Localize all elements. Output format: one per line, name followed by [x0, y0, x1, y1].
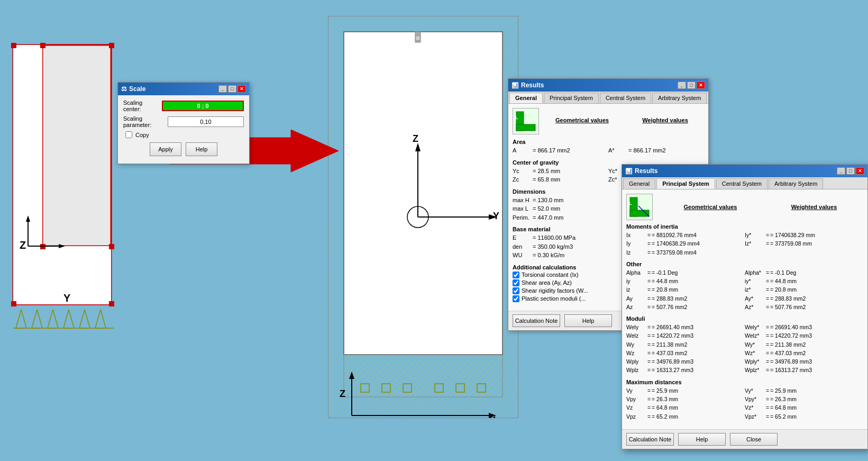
- results-general-title: Results: [521, 82, 544, 89]
- close-button[interactable]: ✕: [237, 85, 246, 93]
- tab-central-p[interactable]: Central System: [716, 178, 768, 189]
- svg-text:Z: Z: [340, 388, 345, 399]
- scale-dialog-title: Scale: [129, 85, 145, 93]
- shear-area-label: Shear area (Ay, Az): [522, 279, 572, 286]
- svg-rect-9: [109, 301, 114, 306]
- results-principal-footer: Calculation Note Help Close: [622, 429, 867, 449]
- shear-area-cb[interactable]: [513, 279, 519, 286]
- scaling-center-input[interactable]: [162, 101, 244, 111]
- section-icon-principal: L: [626, 194, 653, 220]
- svg-marker-21: [48, 310, 58, 328]
- scaling-center-label: Scaling center:: [123, 100, 158, 112]
- weighted-col-header-p: Weighted values: [765, 204, 863, 210]
- svg-rect-53: [516, 124, 535, 131]
- svg-marker-19: [16, 310, 26, 328]
- shear-rigidity-cb[interactable]: [513, 287, 519, 294]
- calc-note-button-principal[interactable]: Calculation Note: [626, 433, 674, 446]
- results-principal-tabs: General Principal System Central System …: [622, 177, 867, 189]
- scale-dialog-controls: _ □ ✕: [218, 85, 246, 93]
- results-principal-body: L Geometrical values Weighted values Mom…: [622, 189, 867, 429]
- shear-rigidity-label: Shear rigidity factors (W...: [522, 287, 588, 294]
- svg-text:Y: Y: [493, 211, 499, 221]
- results-principal-close-btn[interactable]: ✕: [856, 167, 864, 175]
- svg-point-51: [415, 35, 421, 41]
- copy-checkbox[interactable]: [125, 131, 132, 138]
- svg-rect-6: [11, 43, 16, 48]
- results-principal-min-btn[interactable]: _: [837, 167, 845, 175]
- weighted-col-header: Weighted values: [626, 117, 704, 123]
- svg-marker-23: [79, 310, 90, 328]
- svg-text:L: L: [629, 201, 632, 206]
- area-key: A: [513, 146, 533, 155]
- results-principal-max-btn[interactable]: □: [846, 167, 855, 175]
- svg-rect-7: [109, 43, 114, 48]
- plastic-label: Plastic section moduli (...: [522, 295, 586, 302]
- minimize-button[interactable]: _: [218, 85, 227, 93]
- torsional-cb[interactable]: [513, 272, 519, 278]
- svg-rect-29: [344, 32, 502, 355]
- area-val2: = 866.17 mm2: [628, 146, 704, 155]
- area-val: = 866.17 mm2: [533, 146, 608, 155]
- scaling-parameter-label: Scaling parameter:: [123, 115, 163, 128]
- main-viewport: Z Y Z Y: [328, 16, 518, 418]
- help-button[interactable]: Help: [186, 142, 217, 156]
- svg-text:Z: Z: [20, 239, 26, 251]
- maximize-button[interactable]: □: [228, 85, 236, 93]
- copy-label: Copy: [135, 132, 149, 138]
- plastic-cb[interactable]: [513, 295, 519, 302]
- svg-rect-10: [40, 43, 45, 48]
- tab-arbitrary-system[interactable]: Arbitrary System: [652, 93, 707, 103]
- tab-general-p[interactable]: General: [623, 178, 655, 189]
- geom-col-header: Geometrical values: [543, 117, 621, 123]
- results-general-min-btn[interactable]: _: [678, 82, 686, 89]
- results-principal-titlebar: 📊 Results _ □ ✕: [622, 165, 867, 177]
- tab-general[interactable]: General: [509, 93, 543, 103]
- svg-text:Y: Y: [63, 292, 71, 304]
- results-principal-title: Results: [635, 167, 657, 175]
- tab-principal-p[interactable]: Principal System: [656, 178, 715, 189]
- svg-text:Z: Z: [413, 133, 418, 144]
- svg-marker-22: [63, 310, 74, 328]
- area-section-title: Area: [513, 139, 704, 145]
- tab-arbitrary-p[interactable]: Arbitrary System: [769, 178, 823, 189]
- tab-central-system[interactable]: Central System: [600, 93, 651, 103]
- tab-principal-system[interactable]: Principal System: [544, 93, 599, 103]
- svg-rect-12: [109, 244, 114, 249]
- results-general-tabs: General Principal System Central System …: [508, 92, 708, 104]
- calc-note-button-general[interactable]: Calculation Note: [513, 314, 560, 327]
- scale-dialog: ⚖ Scale _ □ ✕ Scaling center: Scaling pa…: [117, 82, 250, 164]
- results-general-max-btn[interactable]: □: [687, 82, 696, 89]
- help-button-principal[interactable]: Help: [678, 433, 726, 446]
- area-key2: A*: [608, 146, 628, 155]
- scale-dialog-titlebar: ⚖ Scale _ □ ✕: [118, 83, 249, 95]
- svg-marker-20: [32, 310, 42, 328]
- torsional-label: Torsional constant (Ix): [522, 272, 579, 278]
- close-button-principal[interactable]: Close: [730, 433, 778, 446]
- svg-text:L: L: [515, 115, 518, 120]
- results-general-close-btn[interactable]: ✕: [697, 82, 705, 89]
- scaling-parameter-input[interactable]: [168, 116, 244, 127]
- section-icon-general: L: [513, 108, 539, 134]
- geom-col-header-p: Geometrical values: [661, 204, 760, 210]
- svg-rect-8: [11, 301, 16, 306]
- svg-rect-5: [13, 246, 111, 304]
- results-general-titlebar: 📊 Results _ □ ✕: [508, 79, 708, 92]
- svg-rect-1: [42, 45, 111, 246]
- svg-rect-30: [344, 355, 502, 397]
- help-button-general[interactable]: Help: [564, 314, 612, 327]
- apply-button[interactable]: Apply: [150, 142, 181, 156]
- svg-marker-24: [95, 310, 106, 328]
- results-principal-dialog: 📊 Results _ □ ✕ General Principal System…: [622, 164, 868, 449]
